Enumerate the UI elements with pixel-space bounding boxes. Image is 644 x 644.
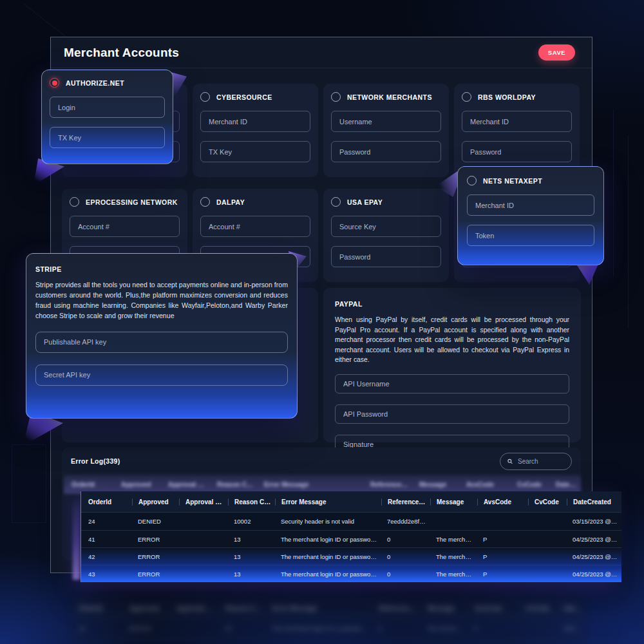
table-cell: DENIED: [132, 518, 179, 525]
card-label: RBS WORLDPAY: [478, 93, 536, 101]
table-cell: 13: [219, 625, 266, 632]
nets-merchant-id-input[interactable]: [467, 194, 594, 216]
table-cell: P: [477, 571, 528, 578]
rbs-worldpay-merchant-id-input[interactable]: [462, 111, 572, 132]
rbs-worldpay-password-input[interactable]: [462, 141, 572, 162]
column-header: ReferenceNu...: [381, 498, 430, 506]
column-header: Approval Code: [162, 481, 211, 488]
radio-cybersource[interactable]: [200, 92, 210, 102]
card-label: EPROCESSING NETWORK: [86, 198, 178, 206]
dalpay-account-input[interactable]: [200, 216, 310, 237]
table-cell: P: [477, 536, 528, 543]
column-header: OrderId: [71, 481, 115, 488]
table-cell: 43: [88, 571, 132, 578]
table-cell: 41: [88, 536, 132, 543]
table-cell: 42: [88, 553, 132, 560]
table-row[interactable]: 41ERROR13The merchant login ID or passwo…: [81, 530, 621, 547]
usa-epay-password-input[interactable]: [331, 246, 441, 267]
table-cell: 10002: [228, 518, 275, 525]
radio-network-merchants[interactable]: [331, 92, 341, 102]
column-header: Reason Code: [219, 605, 266, 612]
radio-usa-epay[interactable]: [331, 197, 341, 207]
radio-dalpay[interactable]: [200, 197, 210, 207]
table-row[interactable]: 43ERROR13The merchant login ID or passwo…: [81, 565, 621, 582]
background-line: [628, 135, 629, 328]
column-header: CvCode: [519, 605, 558, 612]
table-cell: 0: [381, 571, 430, 578]
error-table-header: OrderIdApprovedApproval CodeReason CodeE…: [72, 598, 587, 619]
table-cell: The merchan...: [421, 625, 468, 632]
table-cell: 42: [79, 642, 123, 643]
column-header: Message: [413, 481, 460, 488]
column-header: AvsCode: [460, 481, 511, 488]
stripe-publishable-key-input[interactable]: [35, 332, 288, 353]
card-network-merchants: NETWORK MERCHANTS: [323, 84, 449, 177]
authorize-tx-key-input[interactable]: [50, 127, 165, 148]
card-label: PAYPAL: [335, 300, 363, 308]
radio-eprocessing-network[interactable]: [70, 197, 79, 207]
column-header: OrderId: [79, 605, 123, 612]
table-cell: The merchan...: [430, 553, 477, 560]
table-cell: 13: [228, 571, 275, 578]
table-cell: 04/25/2023 @ 05:5...: [567, 571, 621, 578]
paypal-api-password-input[interactable]: [335, 404, 569, 424]
paypal-api-username-input[interactable]: [335, 374, 569, 393]
column-header: DateCreated: [558, 605, 587, 612]
column-header: ReferenceNu...: [365, 481, 413, 488]
table-cell: 0: [381, 536, 430, 543]
table-cell: ERROR: [132, 553, 179, 560]
table-cell: 04/25/2023 @ 05:3...: [558, 625, 587, 632]
table-cell: 13: [219, 642, 266, 643]
table-row: 42ERROR13The merchant login ID or passwo…: [72, 636, 587, 643]
table-cell: 0: [372, 642, 421, 643]
card-label: DALPAY: [216, 198, 245, 206]
column-header: Approved: [123, 605, 170, 612]
search-input[interactable]: [516, 457, 564, 466]
table-cell: P: [468, 642, 519, 643]
search-icon: [507, 458, 513, 465]
network-merchants-username-input[interactable]: [331, 111, 441, 132]
card-authorize-net: AUTHORIZE.NET: [41, 70, 173, 164]
radio-authorize-net[interactable]: [50, 78, 59, 88]
card-label: STRIPE: [35, 265, 62, 273]
radio-nets-netaxept[interactable]: [467, 176, 477, 185]
network-merchants-password-input[interactable]: [331, 141, 441, 162]
cybersource-tx-key-input[interactable]: [200, 141, 310, 162]
header-divider: [51, 68, 592, 68]
column-header: Message: [421, 605, 468, 612]
column-header: Approval Code: [170, 605, 219, 612]
table-cell: 03/15/2023 @ 09:2...: [567, 518, 621, 525]
nets-token-input[interactable]: [467, 225, 594, 246]
table-cell: ERROR: [123, 625, 170, 632]
column-header: AvsCode: [468, 605, 519, 612]
table-cell: 13: [228, 553, 275, 560]
table-cell: ERROR: [123, 642, 170, 643]
table-cell: 13: [228, 536, 275, 543]
radio-rbs-worldpay[interactable]: [462, 92, 471, 102]
column-header: Approved: [132, 498, 179, 506]
table-cell: P: [477, 553, 528, 560]
table-cell: The merchan...: [430, 536, 477, 543]
usa-epay-source-key-input[interactable]: [331, 216, 441, 237]
card-nets-netaxept: NETS NETAXEPT: [457, 166, 604, 265]
table-reflection: OrderIdApprovedApproval CodeReason CodeE…: [72, 598, 587, 643]
save-button[interactable]: SAVE: [538, 44, 575, 61]
table-cell: 04/25/2023 @ 05:4...: [567, 553, 621, 560]
stripe-description: Stripe provides all the tools you need t…: [35, 280, 288, 321]
column-header: Approval Code: [179, 498, 228, 506]
card-label: NETS NETAXEPT: [483, 177, 542, 185]
stripe-secret-key-input[interactable]: [35, 365, 288, 386]
table-row[interactable]: 42ERROR13The merchant login ID or passwo…: [81, 547, 621, 565]
table-row[interactable]: 24DENIED10002Security header is not vali…: [81, 513, 621, 530]
authorize-login-input[interactable]: [50, 97, 165, 118]
column-header: Approved: [115, 481, 162, 488]
page-title: Merchant Accounts: [64, 46, 179, 60]
table-cell: 0: [372, 625, 421, 632]
table-cell: The merchant login ID or password is inv…: [275, 553, 381, 560]
error-table-body: 24DENIED10002Security header is not vali…: [81, 513, 621, 582]
table-cell: The merchant login ID or password is inv…: [275, 571, 381, 578]
search-box[interactable]: [500, 453, 572, 470]
cybersource-merchant-id-input[interactable]: [200, 111, 310, 132]
eprocessing-account-input[interactable]: [70, 216, 180, 237]
card-paypal: PAYPAL When using PayPal by itself, cred…: [323, 288, 581, 442]
